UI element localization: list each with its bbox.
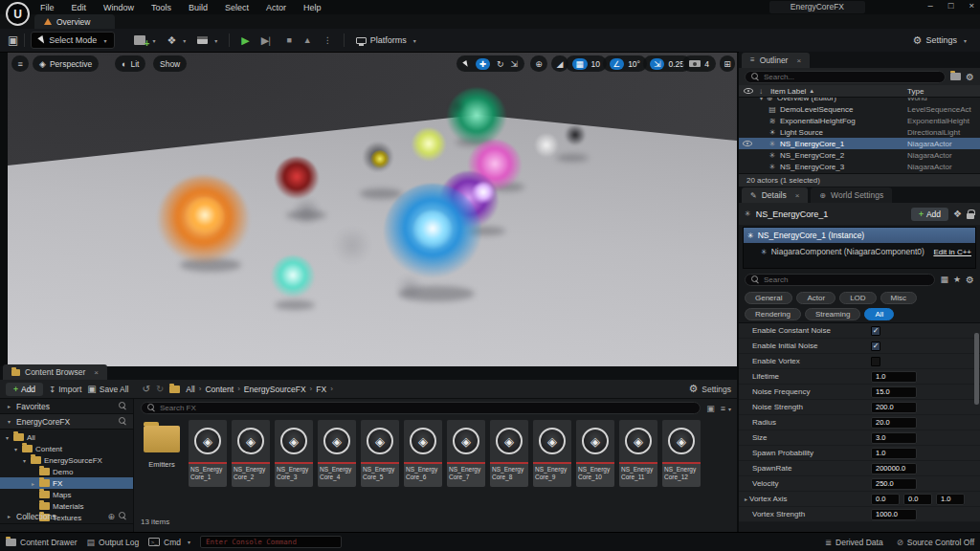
expander-icon[interactable]: ▾ [758, 98, 765, 101]
close-icon[interactable]: × [795, 191, 800, 200]
world-local-toggle[interactable]: ⊕ [530, 55, 547, 72]
filter-icon[interactable]: ≡▾ [721, 404, 731, 413]
tab-outliner[interactable]: ≡ Outliner × [742, 53, 810, 68]
search-icon[interactable] [119, 417, 127, 426]
asset-tile-ns_energycore_5[interactable]: ◈NS_EnergyCore_5 [361, 420, 399, 487]
tab-world-settings[interactable]: ⊕ World Settings [811, 187, 892, 203]
asset-tile-ns_energycore_9[interactable]: ◈NS_EnergyCore_9 [533, 420, 571, 487]
new-folder-icon[interactable] [950, 73, 961, 80]
type-column[interactable]: Type [907, 87, 924, 96]
filter-chip-misc[interactable]: Misc [880, 292, 917, 304]
tree-item-maps[interactable]: Maps [0, 489, 133, 500]
maximize-button[interactable]: □ [948, 0, 954, 11]
camera-speed-control[interactable]: 4 [682, 55, 716, 72]
property-value-field[interactable]: 3.0 [871, 432, 917, 444]
asset-search-input[interactable]: Search FX [141, 402, 701, 414]
chevron-down-icon[interactable]: ▾ [4, 434, 11, 441]
play-button[interactable]: ▶ [235, 32, 255, 50]
perspective-dropdown[interactable]: ◈ Perspective [33, 55, 99, 72]
asset-tile-ns_energycore_2[interactable]: ◈NS_EnergyCore_2 [232, 420, 270, 487]
close-icon[interactable]: × [796, 56, 801, 65]
outliner-row-NS_EnergyCore_3[interactable]: ✳NS_EnergyCore_3NiagaraActor [739, 161, 980, 172]
display-filter-icon[interactable]: ▦ [940, 275, 948, 284]
property-value-field[interactable]: 250.0 [871, 478, 917, 490]
select-tool-icon[interactable] [462, 60, 469, 68]
item-label-column[interactable]: Item Label [770, 87, 806, 96]
lock-icon[interactable] [967, 213, 974, 219]
expander-icon[interactable]: ▸ [743, 496, 749, 502]
filter-chip-rendering[interactable]: Rendering [745, 308, 801, 320]
property-checkbox[interactable]: ✓ [871, 342, 880, 351]
lit-dropdown[interactable]: ◐ Lit [115, 55, 145, 72]
blueprints-dropdown[interactable]: ❖ ▾ [161, 33, 191, 49]
vector-field[interactable]: 1.0 [936, 494, 965, 505]
asset-tile-ns_energycore_12[interactable]: ◈NS_EnergyCore_12 [662, 420, 701, 487]
menu-item-select[interactable]: Select [217, 3, 256, 12]
cinematics-dropdown[interactable]: ▾ [191, 33, 223, 47]
outliner-row-Light Source[interactable]: ☀Light SourceDirectionalLight [739, 126, 980, 138]
import-button[interactable]: ↧ Import [49, 385, 81, 394]
rotation-snap-control[interactable]: ∠ 10° [603, 55, 647, 72]
vector-field[interactable]: 0.0 [903, 494, 932, 505]
tree-item-fx[interactable]: ▸FX [0, 477, 133, 489]
add-content-dropdown[interactable]: ▾ [128, 33, 161, 48]
tab-content-browser[interactable]: Content Browser × [3, 364, 107, 380]
property-checkbox[interactable] [871, 357, 880, 366]
breadcrumb-energysourcefx[interactable]: EnergySourceFX [244, 385, 306, 394]
platforms-dropdown[interactable]: Platforms ▾ [350, 33, 422, 48]
save-icon[interactable]: ▣ [8, 34, 18, 46]
collections-section[interactable]: ▸ Collections ⊕ [0, 509, 133, 524]
tree-item-demo[interactable]: Demo [0, 466, 133, 477]
content-browser-settings-button[interactable]: ⚙ Settings [688, 383, 731, 395]
filter-chip-general[interactable]: General [745, 292, 792, 304]
filter-chip-all[interactable]: All [864, 308, 894, 320]
property-value-field[interactable]: 200000.0 [871, 463, 917, 474]
asset-tile-ns_energycore_10[interactable]: ◈NS_EnergyCore_10 [576, 420, 614, 487]
add-collection-icon[interactable]: ⊕ [107, 512, 115, 521]
close-icon[interactable]: × [94, 368, 99, 377]
move-tool-icon[interactable]: ✚ [476, 58, 490, 70]
outliner-settings-icon[interactable]: ⚙ [966, 72, 974, 82]
property-value-field[interactable]: 15.0 [871, 386, 917, 398]
back-icon[interactable]: ↺ [142, 384, 149, 394]
menu-item-edit[interactable]: Edit [64, 3, 95, 12]
tab-overview[interactable]: Overview [34, 14, 115, 29]
asset-tile-ns_energycore_11[interactable]: ◈NS_EnergyCore_11 [619, 420, 657, 487]
details-search-input[interactable]: Search [745, 274, 935, 286]
scale-tool-icon[interactable]: ⇲ [510, 59, 518, 69]
menu-item-actor[interactable]: Actor [258, 3, 294, 12]
vector-field[interactable]: 0.0 [871, 494, 900, 505]
filter-chip-streaming[interactable]: Streaming [805, 308, 860, 320]
property-value-field[interactable]: 1.0 [871, 371, 917, 383]
play-options-button[interactable]: ⋮ [318, 33, 338, 48]
select-mode-dropdown[interactable]: Select Mode ▾ [31, 32, 115, 49]
tree-item-all[interactable]: ▾All [0, 431, 133, 443]
browse-blueprint-icon[interactable]: ❖ [953, 209, 962, 219]
breadcrumb-content[interactable]: Content [205, 385, 234, 394]
outliner-row-NS_EnergyCore_2[interactable]: ✳NS_EnergyCore_2NiagaraActor [739, 149, 980, 161]
tab-details[interactable]: ✎ Details × [742, 187, 808, 203]
menu-item-help[interactable]: Help [296, 3, 329, 12]
rotate-tool-icon[interactable]: ↻ [497, 59, 504, 69]
asset-tile-ns_energycore_8[interactable]: ◈NS_EnergyCore_8 [490, 420, 528, 487]
close-button[interactable]: × [969, 0, 974, 11]
console-command-input[interactable]: Enter Console Command [200, 536, 342, 548]
search-icon[interactable] [119, 512, 127, 520]
add-asset-button[interactable]: + Add [6, 383, 43, 396]
outliner-row-ExponentialHeightFog[interactable]: ≋ExponentialHeightFogExponentialHeight [739, 115, 980, 126]
favorites-star-icon[interactable]: ★ [953, 275, 961, 284]
level-viewport[interactable]: ≡ ◈ Perspective ◐ Lit Show ✚ ↻ ⇲ ⊕ ◢ ▦ 1… [8, 53, 737, 366]
property-value-field[interactable]: 1000.0 [871, 509, 917, 520]
toolbar-settings-dropdown[interactable]: ⚙ Settings ▾ [907, 32, 972, 50]
edit-in-cpp-link[interactable]: Edit in C++ [933, 248, 971, 256]
menu-item-file[interactable]: File [33, 3, 62, 12]
asset-tile-ns_energycore_1[interactable]: ◈NS_EnergyCore_1 [189, 420, 227, 487]
minimize-button[interactable]: – [927, 0, 932, 11]
search-icon[interactable] [119, 402, 127, 410]
filter-chip-actor[interactable]: Actor [796, 292, 835, 304]
outliner-row-NS_EnergyCore_1[interactable]: ✳NS_EnergyCore_1NiagaraActor [739, 138, 980, 149]
property-value-field[interactable]: 1.0 [871, 448, 917, 459]
save-search-icon[interactable]: ▣ [706, 404, 715, 413]
component-row-niagara[interactable]: ✳ NiagaraComponent (NiagaraComponent0) E… [744, 243, 975, 260]
unreal-logo-icon[interactable]: U [6, 2, 30, 26]
